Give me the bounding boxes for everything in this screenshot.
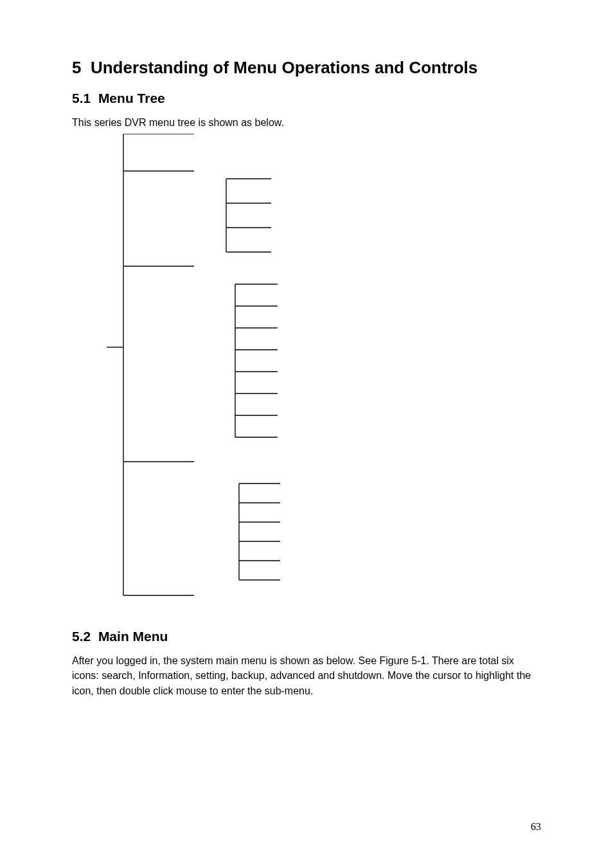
section-5-1-number: 5.1	[72, 91, 91, 105]
section-5-2-number: 5.2	[72, 629, 91, 644]
chapter-title: 5 Understanding of Menu Operations and C…	[72, 58, 541, 78]
section-5-2-text: Main Menu	[98, 629, 168, 644]
section-5-2-title: 5.2 Main Menu	[72, 629, 541, 644]
chapter-title-text: Understanding of Menu Operations and Con…	[91, 58, 477, 77]
page-number: 63	[531, 821, 541, 833]
section-5-1-text: Menu Tree	[98, 91, 165, 105]
section-5-1-title: 5.1 Menu Tree	[72, 91, 541, 106]
chapter-number: 5	[72, 58, 81, 77]
section-5-2-paragraph: After you logged in, the system main men…	[72, 653, 541, 698]
page: 5 Understanding of Menu Operations and C…	[0, 0, 613, 868]
tree-svg	[72, 134, 303, 603]
menu-tree-diagram	[72, 134, 541, 603]
section-5-1-intro: This series DVR menu tree is shown as be…	[72, 115, 541, 130]
